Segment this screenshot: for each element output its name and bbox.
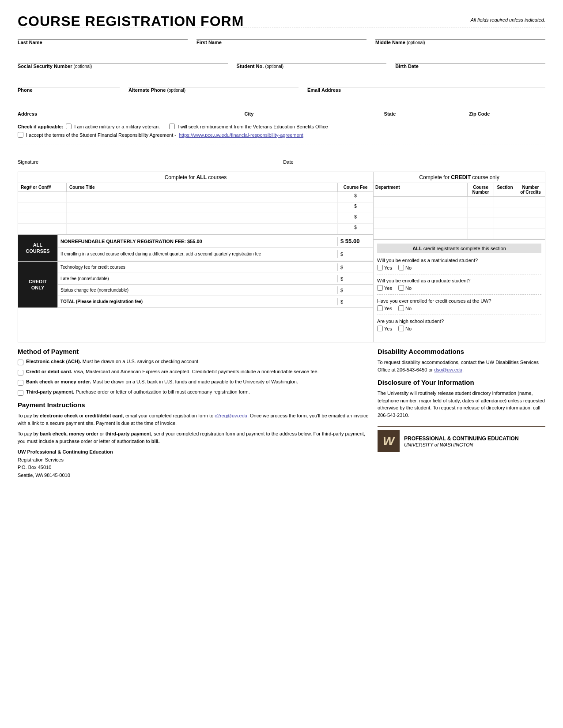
high-school-yes-label: Yes [384, 326, 392, 331]
logo-line2: UNIVERSITY of WASHINGTON [404, 442, 519, 447]
graduate-yes-option: Yes [377, 285, 392, 291]
card-checkbox[interactable] [18, 370, 23, 375]
col-fee-label: Course Fee [338, 183, 373, 191]
late-fee-row: Late fee (nonrefundable) $ [58, 273, 373, 285]
address-input[interactable] [18, 101, 235, 111]
date-field: Date [283, 150, 365, 165]
high-school-no-checkbox[interactable] [398, 326, 404, 331]
matriculated-yes-checkbox[interactable] [377, 265, 383, 270]
tech-fee-row: Technology fee for credit courses $ [58, 262, 373, 273]
third-party-checkbox[interactable] [18, 390, 23, 396]
name-row: Last Name First Name Middle Name (option… [18, 30, 545, 46]
col-number-label: CourseNumber [468, 183, 494, 196]
credit-table-container: Complete for CREDIT course only Departme… [373, 172, 545, 342]
middle-name-input[interactable] [375, 30, 545, 40]
birth-date-input[interactable] [395, 54, 545, 64]
zip-field: Zip Code [469, 101, 545, 117]
address-line1: Registration Services [18, 457, 64, 462]
ach-label: Electronic check (ACH). Must be drawn on… [26, 359, 200, 364]
financial-checkbox[interactable] [18, 132, 23, 138]
student-no-label: Student No. (optional) [237, 64, 387, 69]
enrolled-credit-yes-option: Yes [377, 305, 392, 311]
phone-input[interactable] [18, 78, 120, 87]
student-no-input[interactable] [237, 54, 387, 64]
credit-row-2 [374, 207, 545, 218]
checkbox-section: Check if applicable: I am active militar… [18, 124, 545, 138]
matriculated-yes-option: Yes [377, 265, 392, 270]
veterans-checkbox[interactable] [169, 124, 175, 129]
high-school-yes-option: Yes [377, 326, 392, 331]
credit-header: Complete for CREDIT course only [374, 172, 545, 183]
credit-row-1 [374, 197, 545, 207]
credit-registrants-section: ALL credit registrants complete this sec… [374, 239, 545, 342]
payment-instructions: To pay by electronic check or credit/deb… [18, 412, 369, 445]
second-course-fee: $ [338, 250, 373, 258]
col-reg-label: Reg# or Conf# [18, 183, 67, 191]
disability-text: To request disability accommodations, co… [378, 359, 545, 373]
credit-only-label: CREDITONLY [18, 262, 58, 308]
date-input[interactable] [283, 150, 365, 159]
financial-link[interactable]: https://www.pce.uw.edu/financial-respons… [179, 132, 303, 138]
credit-only-fee-block: CREDITONLY Technology fee for credit cou… [18, 261, 373, 308]
last-name-input[interactable] [18, 30, 188, 40]
ssn-input[interactable] [18, 54, 228, 64]
enrolled-credit-yes-checkbox[interactable] [377, 305, 383, 311]
col-title-label: Course Title [67, 183, 338, 191]
matriculated-text: Will you be enrolled as a matriculated s… [377, 258, 541, 263]
zip-label: Zip Code [469, 111, 545, 116]
alt-phone-field: Alternate Phone (optional) [128, 78, 299, 94]
all-courses-content: NONREFUNDABLE QUARTERLY REGISTRATION FEE… [58, 235, 373, 261]
ach-checkbox[interactable] [18, 360, 23, 365]
address-field: Address [18, 101, 235, 117]
ssn-label: Social Security Number (optional) [18, 64, 228, 69]
matriculated-question: Will you be enrolled as a matriculated s… [377, 258, 541, 274]
state-input[interactable] [384, 101, 461, 111]
middle-name-field: Middle Name (optional) [375, 30, 545, 46]
disclosure-text: The University will routinely release st… [378, 390, 545, 419]
address-heading: UW Professional & Continuing Education [18, 449, 113, 454]
dso-link[interactable]: dso@uw.edu [434, 367, 462, 372]
signature-input[interactable] [18, 150, 221, 159]
col-dept-label: Department [374, 183, 468, 196]
graduate-no-checkbox[interactable] [398, 285, 404, 291]
email-link[interactable]: c2reg@uw.edu [215, 413, 247, 418]
second-course-label: If enrolling in a second course offered … [58, 250, 338, 258]
first-name-input[interactable] [196, 30, 367, 40]
city-field: City [244, 101, 375, 117]
credit-row-3 [374, 218, 545, 229]
matriculated-yes-label: Yes [384, 265, 392, 270]
city-input[interactable] [244, 101, 375, 111]
high-school-yes-checkbox[interactable] [377, 326, 383, 331]
bank-check-checkbox[interactable] [18, 380, 23, 386]
city-label: City [244, 111, 375, 116]
credit-row-4 [374, 229, 545, 239]
address-label: Address [18, 111, 235, 116]
course-row-4: $ [18, 224, 373, 234]
birth-date-field: Birth Date [395, 54, 545, 70]
matriculated-options: Yes No [377, 265, 541, 270]
second-course-row: If enrolling in a second course offered … [58, 248, 373, 260]
instructions-heading: Payment Instructions [18, 401, 369, 409]
ssn-field: Social Security Number (optional) [18, 54, 228, 70]
military-checkbox[interactable] [66, 124, 72, 129]
email-input[interactable] [307, 78, 545, 87]
high-school-question: Are you a high school student? Yes No [377, 319, 541, 335]
reg-fee-row: NONREFUNDABLE QUARTERLY REGISTRATION FEE… [58, 235, 373, 248]
bank-check-option: Bank check or money order. Must be drawn… [18, 379, 369, 386]
high-school-no-label: No [405, 326, 412, 331]
graduate-yes-checkbox[interactable] [377, 285, 383, 291]
graduate-no-label: No [405, 285, 412, 291]
matriculated-no-checkbox[interactable] [398, 265, 404, 270]
address-line2: P.O. Box 45010 [18, 465, 51, 470]
total-row: TOTAL (Please include registration fee) … [58, 296, 373, 308]
enrolled-credit-no-checkbox[interactable] [398, 305, 404, 311]
zip-input[interactable] [469, 101, 545, 111]
first-name-field: First Name [196, 30, 367, 46]
enrolled-credit-no-label: No [405, 306, 412, 311]
payment-section: Method of Payment Electronic check (ACH)… [18, 342, 369, 479]
total-label: TOTAL (Please include registration fee) [58, 298, 338, 305]
financial-checkbox-row: I accept the terms of the Student Financ… [18, 132, 545, 138]
card-option: Credit or debit card. Visa, Mastercard a… [18, 369, 369, 375]
alt-phone-input[interactable] [128, 78, 299, 87]
graduate-options: Yes No [377, 285, 541, 291]
